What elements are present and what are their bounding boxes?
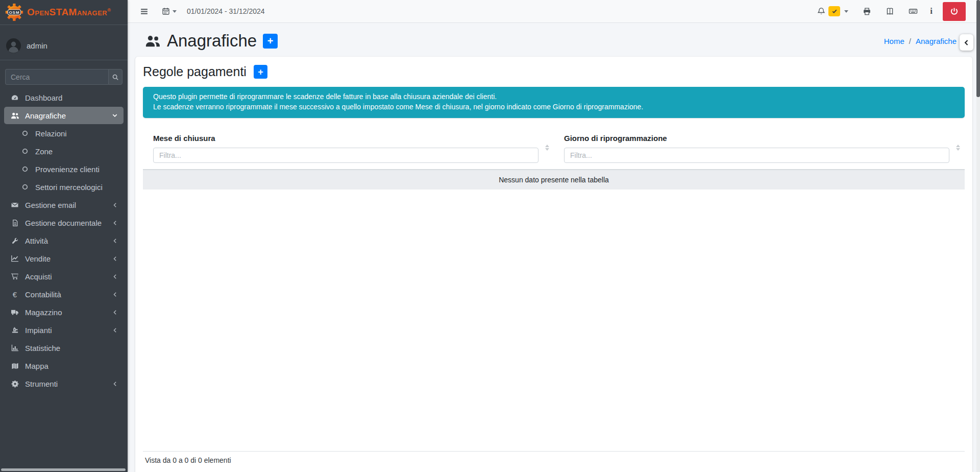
rules-table: Mese di chiusura Giorno di riprogrammazi… [143,127,965,190]
breadcrumb-home-link[interactable]: Home [884,37,904,45]
content-area: Anagrafiche + Home / Anagrafiche Regole … [128,23,980,472]
breadcrumb-separator: / [909,37,911,45]
chevron-left-icon [112,274,118,279]
manual-button[interactable] [880,4,899,19]
sidebar-item-label: Settori merceologici [35,183,103,192]
chevron-left-icon [112,310,118,315]
circle-icon [18,166,32,173]
print-button[interactable] [857,4,876,19]
page-title: Anagrafiche [145,31,257,51]
hamburger-button[interactable] [135,4,154,19]
add-anagrafica-button[interactable]: + [263,34,278,49]
content-header: Anagrafiche + Home / Anagrafiche [128,23,980,57]
add-regola-button[interactable]: + [254,65,267,79]
wrench-icon [8,237,21,245]
sidebar-item-label: Impianti [25,326,52,335]
filter-input-giorno[interactable] [564,148,949,163]
bar-chart-icon [8,344,21,352]
page-scrollbar[interactable] [976,0,980,472]
users-icon [8,111,21,120]
sidebar-search [5,69,122,85]
main-area: 01/01/2024 - 31/12/2024 [128,0,980,472]
truck-icon [8,308,21,316]
filter-input-mese[interactable] [153,148,538,163]
sidebar-item-label: Magazzino [25,308,62,317]
gear-logo-icon: OSM [5,3,23,21]
sidebar-item-settori-merceologici[interactable]: Settori merceologici [4,178,124,196]
search-button[interactable] [108,69,122,85]
cart-icon [8,272,21,280]
brand-logo[interactable]: OSM OpenSTAManager® [0,0,128,25]
date-range[interactable]: 01/01/2024 - 31/12/2024 [187,7,265,15]
notifications-button[interactable] [812,3,853,19]
svg-text:OSM: OSM [9,10,19,15]
hamburger-icon [140,7,149,16]
check-icon [831,8,838,14]
sort-icon[interactable] [545,145,549,151]
sidebar-item-contabilita[interactable]: € Contabilità [4,286,124,303]
sidebar-item-dashboard[interactable]: Dashboard [4,89,124,106]
sidebar-item-strumenti[interactable]: Strumenti [4,375,124,392]
sort-icon[interactable] [956,145,960,151]
sidebar-item-label: Gestione documentale [25,219,102,227]
logout-button[interactable] [943,2,966,21]
sidebar-item-label: Vendite [25,254,51,263]
topbar: 01/01/2024 - 31/12/2024 [128,0,980,23]
sidebar-item-attivita[interactable]: Attività [4,232,124,249]
widgets-panel-toggle[interactable] [960,34,973,51]
avatar [6,38,21,53]
sidebar-item-label: Dashboard [25,93,62,102]
breadcrumb-current-link[interactable]: Anagrafiche [916,37,957,45]
user-panel[interactable]: admin [0,25,128,60]
tachometer-icon [8,93,21,102]
sidebar-scrollbar[interactable] [1,468,126,471]
power-icon [950,7,959,16]
keyboard-icon [909,7,918,16]
sidebar-item-provenienze-clienti[interactable]: Provenienze clienti [4,160,124,178]
info-line-1: Questo plugin permette di riprogrammare … [153,92,954,102]
table-empty-row: Nessun dato presente nella tabella [143,170,965,190]
sidebar-item-anagrafiche[interactable]: Anagrafiche [4,107,124,124]
caret-down-icon [173,10,177,13]
info-icon: i [930,6,933,16]
document-icon [8,219,21,227]
sidebar-item-relazioni[interactable]: Relazioni [4,125,124,142]
info-line-2: Le scadenze verranno riprogrammate il me… [153,102,954,112]
sidebar-item-label: Provenienze clienti [35,165,100,174]
chevron-left-icon [112,220,118,226]
breadcrumb: Home / Anagrafiche [884,37,957,45]
printer-icon [863,7,871,16]
sidebar-item-zone[interactable]: Zone [4,143,124,160]
circle-icon [18,183,32,191]
sidebar-item-statistiche[interactable]: Statistiche [4,339,124,357]
sidebar-item-gestione-email[interactable]: Gestione email [4,196,124,214]
registered-mark: ® [107,8,111,13]
sidebar-item-vendite[interactable]: Vendite [4,250,124,267]
users-icon [145,33,161,49]
info-button[interactable]: i [927,6,936,16]
euro-icon: € [8,291,21,298]
column-header-giorno: Giorno di riprogrammazione [554,127,965,170]
page-scrollbar-thumb[interactable] [976,0,980,97]
shortcuts-button[interactable] [903,4,923,19]
sidebar-item-label: Mappa [25,362,48,370]
map-icon [8,362,21,370]
sidebar-item-gestione-documentale[interactable]: Gestione documentale [4,214,124,231]
sidebar-item-mappa[interactable]: Mappa [4,357,124,374]
book-icon [886,7,894,16]
sidebar: OSM OpenSTAManager® admin Dashboard [0,0,128,472]
sidebar-item-magazzino[interactable]: Magazzino [4,303,124,321]
sidebar-item-label: Contabilità [25,290,61,299]
sidebar-item-label: Strumenti [25,380,58,388]
section-title-row: Regole pagamenti + [143,64,965,79]
sidebar-item-acquisti[interactable]: Acquisti [4,268,124,285]
circle-icon [18,130,32,137]
chevron-left-icon [112,292,118,297]
sidebar-item-impianti[interactable]: Impianti [4,321,124,339]
search-input[interactable] [5,69,108,85]
user-name: admin [27,41,47,50]
sidebar-item-label: Relazioni [35,129,67,138]
calendar-button[interactable] [157,4,182,18]
chevron-left-icon [112,256,118,262]
empty-message: Nessun dato presente nella tabella [143,170,965,190]
